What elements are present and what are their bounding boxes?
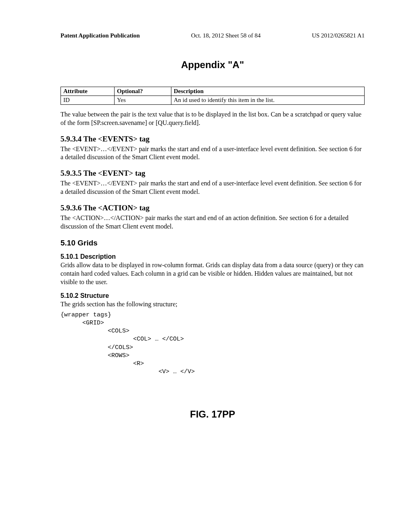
heading-510: 5.10 Grids	[60, 239, 365, 247]
th-description: Description	[171, 87, 364, 96]
body-5936: The <ACTION>…</ACTION> pair marks the st…	[60, 214, 365, 231]
th-attribute: Attribute	[61, 87, 115, 96]
heading-5101: 5.10.1 Description	[60, 253, 365, 260]
table-row: ID Yes An id used to identify this item …	[61, 96, 365, 105]
header-left: Patent Application Publication	[60, 32, 140, 39]
header-right: US 2012/0265821 A1	[312, 32, 365, 39]
heading-5934: 5.9.3.4 The <EVENTS> tag	[60, 135, 365, 143]
td-attribute: ID	[61, 96, 115, 105]
header-center: Oct. 18, 2012 Sheet 58 of 84	[191, 32, 261, 39]
heading-5102: 5.10.2 Structure	[60, 292, 365, 299]
heading-5936: 5.9.3.6 The <ACTION> tag	[60, 204, 365, 212]
th-optional: Optional?	[115, 87, 171, 96]
heading-5935: 5.9.3.5 The <EVENT> tag	[60, 169, 365, 178]
body-5101: Grids allow data to be displayed in row-…	[60, 261, 365, 286]
appendix-title: Appendix "A"	[60, 59, 365, 71]
td-description: An id used to identify this item in the …	[171, 96, 364, 105]
td-optional: Yes	[115, 96, 171, 105]
attribute-table: Attribute Optional? Description ID Yes A…	[60, 87, 365, 105]
body-5935: The <EVENT>…</EVENT> pair marks the star…	[60, 179, 365, 196]
page-header: Patent Application Publication Oct. 18, …	[60, 32, 365, 39]
code-structure: {wrapper tags} <GRID> <COLS> <COL> … </C…	[60, 311, 365, 376]
body-5102: The grids section has the following stru…	[60, 300, 365, 309]
figure-label: FIG. 17PP	[60, 409, 365, 420]
table-header-row: Attribute Optional? Description	[61, 87, 365, 96]
body-5934: The <EVENT>…</EVENT> pair marks the star…	[60, 145, 365, 162]
intro-paragraph: The value between the pair is the text v…	[60, 110, 365, 127]
page: Patent Application Publication Oct. 18, …	[0, 0, 413, 436]
